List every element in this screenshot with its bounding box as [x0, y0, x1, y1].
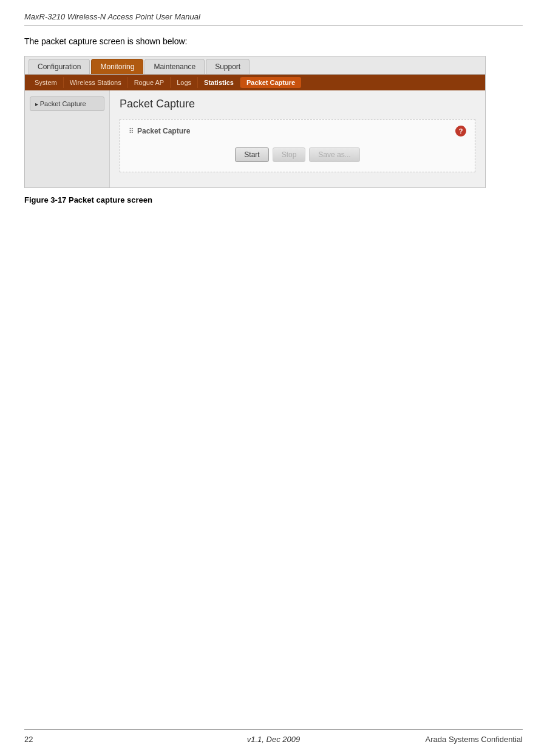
footer-confidential: Arada Systems Confidential — [426, 735, 523, 744]
doc-title: MaxR-3210 Wireless-N Access Point User M… — [24, 12, 200, 21]
save-as-button: Save as... — [309, 147, 359, 162]
content-area: Packet Capture Packet Capture Packet Cap… — [25, 90, 485, 187]
main-content: Packet Capture Packet Capture ? Start St… — [110, 90, 485, 187]
subnav-wireless-stations[interactable]: Wireless Stations — [64, 77, 128, 88]
footer-version: v1.1, Dec 2009 — [247, 735, 300, 744]
start-button[interactable]: Start — [235, 147, 268, 162]
page-footer: 22 v1.1, Dec 2009 Arada Systems Confiden… — [24, 729, 523, 744]
subnav-logs[interactable]: Logs — [171, 77, 198, 88]
figure-caption: Figure 3-17 Packet capture screen — [24, 195, 523, 204]
page-title: Packet Capture — [120, 98, 475, 110]
tab-support[interactable]: Support — [206, 59, 250, 74]
page-wrapper: MaxR-3210 Wireless-N Access Point User M… — [0, 0, 547, 241]
subnav-system[interactable]: System — [29, 77, 64, 88]
top-nav: Configuration Monitoring Maintenance Sup… — [25, 56, 485, 75]
sub-nav: System Wireless Stations Rogue AP Logs S… — [25, 75, 485, 90]
subnav-rogue-ap[interactable]: Rogue AP — [128, 77, 171, 88]
button-row: Start Stop Save as... — [129, 144, 466, 166]
screenshot-box: Configuration Monitoring Maintenance Sup… — [24, 56, 486, 188]
panel-header-label: Packet Capture — [137, 127, 190, 135]
tab-maintenance[interactable]: Maintenance — [144, 59, 205, 74]
help-icon[interactable]: ? — [455, 126, 466, 137]
intro-text: The packet capture screen is shown below… — [24, 36, 523, 46]
left-sidebar: Packet Capture — [25, 90, 110, 187]
footer-page-number: 22 — [24, 735, 33, 744]
inner-panel: Packet Capture ? Start Stop Save as... — [120, 119, 475, 172]
sidebar-packet-capture-btn[interactable]: Packet Capture — [30, 96, 104, 111]
stop-button: Stop — [273, 147, 306, 162]
subnav-statistics[interactable]: Statistics — [198, 77, 240, 88]
doc-header: MaxR-3210 Wireless-N Access Point User M… — [24, 12, 523, 25]
panel-header: Packet Capture ? — [129, 126, 466, 137]
subnav-packet-capture[interactable]: Packet Capture — [240, 77, 301, 88]
tab-configuration[interactable]: Configuration — [29, 59, 90, 74]
tab-monitoring[interactable]: Monitoring — [91, 59, 143, 74]
